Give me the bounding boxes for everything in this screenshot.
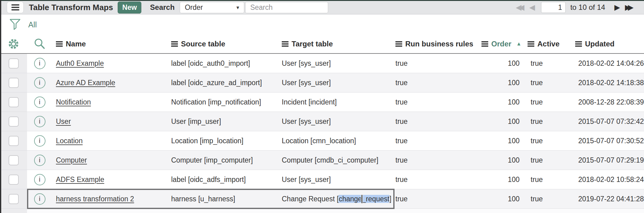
column-menu-icon[interactable] [481, 41, 488, 47]
row-checkbox[interactable] [9, 97, 19, 107]
column-header-run-business-rules[interactable]: Run business rules [392, 40, 478, 48]
row-checkbox[interactable] [9, 78, 19, 88]
cell-target-table: Incident [incident] [278, 98, 392, 106]
row-name-link[interactable]: Auth0 Example [56, 59, 104, 67]
column-header-name[interactable]: Name [52, 40, 167, 48]
column-menu-icon[interactable] [395, 41, 402, 47]
table-row: Location Location [imp_location] Locatio… [0, 131, 644, 151]
current-row-input[interactable] [541, 2, 566, 13]
filter-funnel-icon[interactable] [9, 18, 21, 31]
cell-order: 100 [478, 156, 524, 164]
cell-updated: 2015-07-07 07:30:52 [571, 137, 644, 145]
column-menu-icon[interactable] [575, 41, 582, 47]
cell-target-table: User [sys_user] [278, 117, 392, 126]
row-checkbox[interactable] [9, 155, 19, 165]
search-label: Search [150, 3, 175, 12]
column-header-order[interactable]: Order ▲ [478, 40, 524, 48]
row-checkbox[interactable] [9, 58, 19, 69]
column-menu-icon[interactable] [282, 41, 289, 47]
row-name-link[interactable]: Azure AD Example [56, 79, 115, 87]
row-select-cell [0, 93, 27, 112]
new-record-button[interactable]: New [118, 2, 141, 14]
cell-active: true [524, 137, 571, 145]
table-row: User User [imp_user] User [sys_user] tru… [0, 112, 644, 131]
row-select-cell [0, 131, 27, 150]
cell-run-business-rules: true [392, 59, 478, 68]
list-search-icon[interactable] [33, 37, 46, 50]
row-checkbox[interactable] [9, 136, 19, 146]
last-page-button[interactable]: ▶▶ [622, 4, 636, 11]
row-checkbox[interactable] [9, 175, 19, 185]
row-select-cell [0, 170, 27, 189]
column-menu-icon[interactable] [528, 41, 534, 47]
cell-source-table: label [oidc_auth0_import] [167, 59, 278, 68]
row-select-cell [0, 112, 27, 131]
table-transform-maps-list: Table Transform Maps New Search Order ▼ … [0, 0, 644, 213]
filter-breadcrumb-bar: All [0, 14, 644, 35]
cell-name: User [52, 117, 167, 126]
row-name-link[interactable]: harness transformation 2 [56, 195, 134, 203]
cell-run-business-rules: true [392, 98, 478, 106]
search-input[interactable] [245, 2, 328, 13]
selected-text[interactable]: change_request [339, 195, 389, 203]
column-header-updated[interactable]: Updated [571, 40, 644, 48]
cell-updated: 2015-07-07 07:32:42 [571, 117, 644, 126]
row-info-cell [27, 170, 52, 189]
row-checkbox[interactable] [9, 116, 19, 127]
table-row: Notification Notification [imp_notificat… [0, 93, 644, 112]
column-header-source-table[interactable]: Source table [167, 40, 278, 48]
previous-page-button[interactable]: ◀ [527, 4, 537, 11]
sort-ascending-icon: ▲ [516, 41, 521, 47]
info-icon[interactable] [34, 155, 45, 166]
first-page-button[interactable]: ◀◀ [513, 4, 527, 11]
column-menu-icon[interactable] [171, 41, 178, 47]
row-name-link[interactable]: Computer [56, 156, 87, 164]
cell-updated: 2018-02-02 14:18:38 [571, 79, 644, 87]
text-cursor-ibeam [359, 195, 365, 203]
cell-source-table: User [imp_user] [167, 117, 278, 126]
row-info-cell [27, 73, 52, 92]
info-icon[interactable] [34, 135, 45, 147]
cell-updated: 2018-02-02 10:58:24 [571, 176, 644, 184]
info-icon[interactable] [34, 116, 45, 127]
cell-source-table: Computer [imp_computer] [167, 156, 278, 164]
cell-target-table: User [sys_user] [278, 176, 392, 184]
search-field-select[interactable]: Order ▼ [180, 2, 244, 13]
info-icon[interactable] [34, 58, 45, 69]
column-menu-icon[interactable] [56, 41, 63, 47]
row-name-link[interactable]: ADFS Example [56, 176, 104, 183]
row-checkbox[interactable] [9, 194, 19, 204]
next-page-button[interactable]: ▶ [612, 4, 622, 11]
row-info-cell [27, 189, 52, 208]
cell-name: Notification [52, 98, 167, 106]
personalize-list-gear-icon[interactable] [7, 37, 20, 50]
list-context-menu-button[interactable] [7, 2, 24, 13]
cell-order: 100 [478, 98, 524, 106]
info-icon[interactable] [34, 77, 45, 89]
cell-source-table: Location [imp_location] [167, 137, 278, 145]
info-icon[interactable] [34, 97, 45, 108]
row-select-cell [0, 54, 27, 73]
cell-run-business-rules: true [392, 156, 478, 164]
cell-active: true [524, 117, 571, 126]
cell-active: true [524, 195, 571, 203]
row-name-link[interactable]: Notification [56, 98, 91, 106]
cell-name: Auth0 Example [52, 59, 167, 68]
info-icon[interactable] [34, 174, 45, 185]
row-name-link[interactable]: User [56, 117, 71, 125]
cell-updated: 2008-12-28 22:08:39 [571, 98, 644, 106]
filter-all-breadcrumb[interactable]: All [28, 20, 37, 29]
cell-active: true [524, 156, 571, 164]
cell-source-table: label [oidc_azure_ad_import] [167, 79, 278, 87]
column-header-target-table[interactable]: Target table [278, 40, 392, 48]
table-row: Computer Computer [imp_computer] Compute… [0, 151, 644, 170]
page-title: Table Transform Maps [29, 3, 113, 12]
cell-order: 100 [478, 137, 524, 145]
info-icon[interactable] [34, 193, 45, 205]
table-row: harness transformation 2 harness [u_harn… [0, 189, 644, 209]
cell-run-business-rules: true [392, 195, 478, 203]
list-header-bar: Table Transform Maps New Search Order ▼ … [0, 0, 644, 14]
row-name-link[interactable]: Location [56, 137, 83, 145]
cell-updated: 2018-02-02 14:04:26 [571, 59, 644, 68]
column-header-active[interactable]: Active [524, 40, 571, 48]
